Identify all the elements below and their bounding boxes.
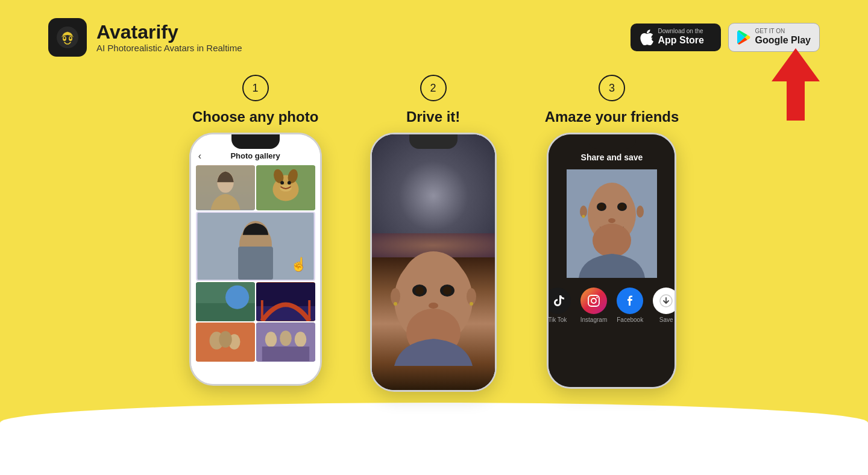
svg-rect-35 [262, 347, 309, 362]
instagram-icon [580, 288, 607, 314]
appstore-text: Download on the App Store [658, 28, 704, 46]
photo-cell-selected-man: ☝ [196, 212, 315, 281]
svg-point-44 [394, 302, 397, 306]
apple-icon [640, 30, 653, 45]
photo-grid: ☝ [191, 165, 320, 362]
red-arrow [772, 48, 820, 123]
svg-point-41 [443, 286, 451, 295]
svg-point-59 [593, 224, 631, 257]
phone-2-screen [372, 134, 495, 390]
svg-point-62 [596, 297, 597, 298]
facebook-label: Facebook [617, 316, 643, 323]
logo-section: Avatarify AI Photorealistic Avatars in R… [48, 18, 242, 57]
main-content: 1 Choose any photo ‹ Photo gallery [0, 69, 868, 392]
store-buttons: Download on the App Store GET IT ON Goog… [631, 23, 820, 51]
svg-point-34 [294, 332, 306, 347]
step-2: 2 Drive it! [370, 75, 497, 392]
tiktok-share-button[interactable]: Tik Tok [547, 288, 570, 323]
svg-rect-21 [196, 303, 255, 321]
instagram-label: Instagram [580, 316, 607, 323]
phone-2-mockup [370, 133, 497, 392]
tiktok-icon [547, 288, 570, 314]
photo-cell-group [256, 322, 315, 362]
svg-point-33 [280, 330, 292, 345]
step-1-title: Choose any photo [192, 109, 318, 125]
photo-cell-outdoor [196, 282, 255, 321]
svg-point-4 [70, 37, 72, 39]
share-actions: Tik Tok Instagram [547, 278, 676, 328]
app-store-button[interactable]: Download on the App Store [631, 24, 721, 51]
svg-point-40 [415, 286, 424, 295]
svg-point-32 [265, 332, 277, 347]
svg-point-22 [225, 286, 249, 309]
step-1: 1 Choose any photo ‹ Photo gallery [189, 75, 322, 386]
photo-cell-dog [256, 165, 315, 210]
step-1-number: 1 [242, 75, 269, 101]
save-share-button[interactable]: Save [653, 288, 676, 323]
tiktok-label: Tik Tok [548, 316, 567, 323]
tap-finger-icon: ☝ [291, 257, 307, 272]
photo-cell-woman [196, 165, 255, 210]
logo-icon [48, 18, 87, 57]
save-label: Save [659, 316, 673, 323]
step-3: 3 Amaze your friends Share and save [545, 75, 679, 389]
phone-1-mockup: ‹ Photo gallery [189, 133, 322, 386]
svg-point-14 [280, 181, 284, 184]
svg-point-30 [219, 331, 232, 347]
header: Avatarify AI Photorealistic Avatars in R… [0, 0, 868, 69]
facebook-share-button[interactable]: Facebook [617, 288, 643, 323]
svg-point-61 [591, 298, 596, 303]
facebook-icon [617, 288, 643, 314]
svg-point-54 [619, 204, 625, 210]
svg-point-0 [57, 27, 78, 48]
svg-point-15 [288, 181, 291, 184]
step-3-title: Amaze your friends [545, 109, 679, 125]
instagram-share-button[interactable]: Instagram [580, 288, 607, 323]
svg-point-56 [637, 206, 644, 218]
svg-point-3 [64, 37, 66, 39]
svg-point-53 [599, 204, 605, 210]
phone-3-notch [588, 134, 636, 149]
photo-cell-bridge [256, 282, 315, 321]
svg-point-57 [582, 215, 585, 218]
google-play-icon [737, 30, 750, 45]
app-tagline: AI Photorealistic Avatars in Realtime [96, 43, 242, 53]
logo-text: Avatarify AI Photorealistic Avatars in R… [96, 22, 242, 53]
phone-2-notch [409, 134, 458, 149]
googleplay-text: GET IT ON Google Play [755, 28, 811, 46]
photo-cell-family [196, 322, 255, 362]
step-3-number: 3 [599, 75, 625, 101]
google-play-button[interactable]: GET IT ON Google Play [728, 23, 820, 51]
phone-1-notch [231, 134, 280, 149]
svg-point-58 [608, 218, 615, 223]
step-2-number: 2 [420, 75, 447, 101]
svg-point-46 [429, 303, 438, 309]
bottom-white-section [0, 403, 868, 475]
svg-marker-5 [772, 48, 820, 121]
phone-1-screen: ‹ Photo gallery [191, 134, 320, 384]
phone-3-screen: Share and save [549, 134, 675, 387]
share-photo-preview [567, 169, 657, 278]
svg-point-45 [470, 302, 473, 306]
save-icon [653, 288, 676, 314]
back-chevron-icon: ‹ [198, 151, 201, 162]
app-name: Avatarify [96, 22, 242, 43]
phone-3-mockup: Share and save [547, 133, 676, 389]
svg-rect-19 [238, 247, 273, 280]
step-2-title: Drive it! [406, 109, 460, 125]
